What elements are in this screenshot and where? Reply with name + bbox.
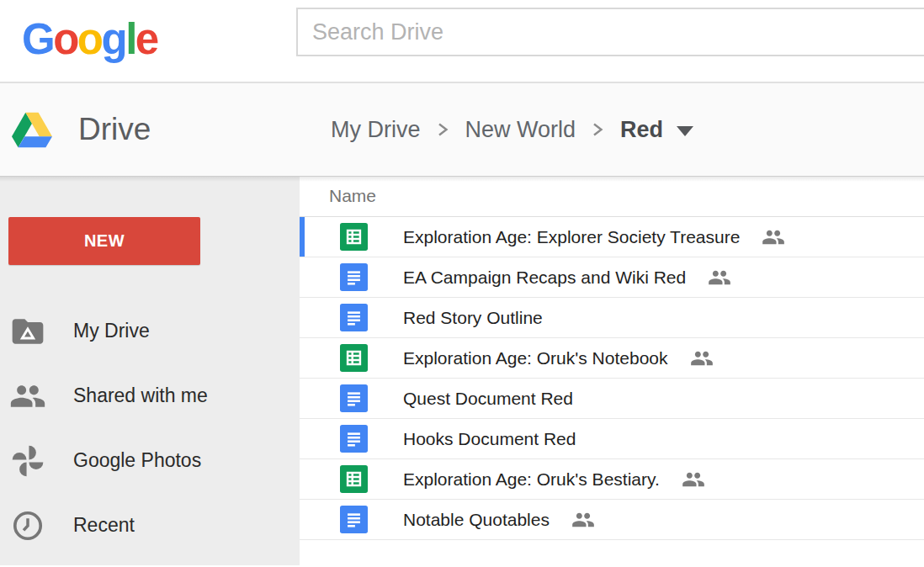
- clock-icon: [9, 507, 46, 544]
- file-row[interactable]: EA Campaign Recaps and Wiki Red: [300, 257, 924, 298]
- shared-people-icon: [682, 468, 705, 491]
- file-name: Hooks Document Red: [403, 429, 576, 449]
- breadcrumb-new-world[interactable]: New World: [465, 117, 576, 143]
- people-icon: [9, 378, 46, 415]
- shared-people-icon: [762, 225, 785, 249]
- file-name: Quest Document Red: [403, 389, 573, 409]
- chevron-right-icon: [591, 119, 605, 140]
- file-name: Exploration Age: Oruk's Bestiary.: [403, 469, 660, 490]
- doc-icon: [340, 384, 368, 412]
- doc-icon: [340, 304, 368, 331]
- breadcrumb-my-drive[interactable]: My Drive: [331, 117, 421, 143]
- file-row[interactable]: Exploration Age: Explorer Society Treasu…: [300, 217, 924, 257]
- new-button[interactable]: NEW: [8, 217, 200, 265]
- sidebar-item-label: Recent: [73, 514, 135, 537]
- google-drive-app: Google Drive My Drive New World Red: [0, 0, 924, 567]
- sidebar-item-label: My Drive: [73, 320, 150, 342]
- shared-people-icon: [708, 266, 731, 289]
- doc-icon: [340, 425, 368, 453]
- sidebar-item-google-photos[interactable]: Google Photos: [0, 428, 300, 493]
- sidebar-item-label: Google Photos: [73, 449, 201, 472]
- breadcrumb: My Drive New World Red: [331, 83, 693, 176]
- app-body: NEW My Drive Shared with me: [0, 176, 924, 565]
- sidebar-item-recent[interactable]: Recent: [0, 493, 300, 558]
- top-bar: Google: [0, 0, 924, 83]
- folder-dropdown-caret-icon[interactable]: [677, 126, 693, 136]
- shared-people-icon: [690, 347, 714, 370]
- google-logo-letter: g: [101, 15, 125, 63]
- file-list: Name Exploration Age: Explorer Society T…: [300, 176, 924, 565]
- sidebar-nav: My Drive Shared with me: [0, 299, 300, 558]
- chevron-right-icon: [436, 119, 450, 140]
- google-logo-letter: o: [77, 15, 102, 63]
- file-name: Exploration Age: Explorer Society Treasu…: [403, 227, 740, 247]
- shared-people-icon: [571, 508, 595, 532]
- google-logo-letter: e: [135, 15, 157, 63]
- search-box: [296, 8, 924, 56]
- search-input[interactable]: [298, 9, 924, 55]
- file-row[interactable]: Exploration Age: Oruk's Notebook: [300, 338, 924, 379]
- doc-icon: [340, 506, 368, 533]
- sheet-icon: [340, 465, 368, 493]
- file-name: Notable Quotables: [403, 510, 550, 530]
- app-title: Drive: [78, 112, 151, 147]
- sidebar-item-label: Shared with me: [73, 384, 208, 407]
- name-column-header[interactable]: Name: [300, 176, 924, 217]
- google-logo-letter: l: [125, 15, 135, 63]
- drive-triangle-icon: [12, 112, 52, 148]
- drive-brand: Drive: [12, 83, 151, 176]
- photos-pinwheel-icon: [9, 442, 46, 480]
- file-row[interactable]: Exploration Age: Oruk's Bestiary.: [300, 459, 924, 500]
- sidebar-item-my-drive[interactable]: My Drive: [0, 299, 300, 363]
- file-row[interactable]: Notable Quotables: [300, 500, 924, 540]
- doc-icon: [340, 263, 368, 291]
- sidebar-item-shared-with-me[interactable]: Shared with me: [0, 363, 300, 428]
- drive-header: Drive My Drive New World Red: [0, 83, 924, 176]
- file-row[interactable]: Hooks Document Red: [300, 419, 924, 459]
- sheet-icon: [340, 344, 368, 372]
- sidebar: NEW My Drive Shared with me: [0, 176, 300, 565]
- file-row[interactable]: Quest Document Red: [300, 379, 924, 419]
- google-logo-letter: G: [22, 15, 53, 63]
- name-column-label: Name: [329, 186, 376, 206]
- sheet-icon: [340, 223, 368, 251]
- file-rows: Exploration Age: Explorer Society Treasu…: [300, 217, 924, 540]
- google-logo: Google: [22, 2, 157, 77]
- file-row[interactable]: Red Story Outline: [300, 298, 924, 338]
- file-name: EA Campaign Recaps and Wiki Red: [403, 268, 686, 288]
- file-name: Red Story Outline: [403, 308, 543, 328]
- google-logo-letter: o: [53, 15, 77, 63]
- breadcrumb-current-folder[interactable]: Red: [620, 117, 663, 143]
- file-name: Exploration Age: Oruk's Notebook: [403, 348, 668, 368]
- my-drive-folder-icon: [9, 313, 46, 350]
